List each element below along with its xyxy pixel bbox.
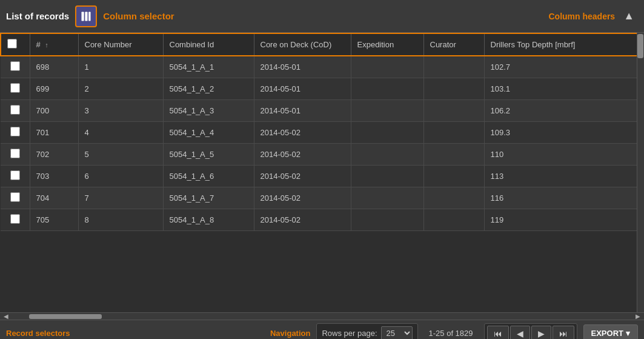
row-combined-id: 5054_1_A_3 bbox=[163, 100, 254, 122]
row-num: 698 bbox=[30, 56, 78, 78]
row-core-number: 1 bbox=[78, 56, 163, 78]
table-header: # ↑ Core Number Combined Id Core on Deck… bbox=[1, 33, 643, 56]
select-all-checkbox[interactable] bbox=[7, 39, 17, 49]
h-scrollbar-thumb[interactable] bbox=[29, 314, 102, 319]
rows-per-page-group: Rows per page: 10 25 50 100 bbox=[316, 323, 417, 339]
row-drillers-top-depth: 102.7 bbox=[484, 56, 643, 78]
svg-rect-1 bbox=[85, 12, 88, 21]
row-checkbox[interactable] bbox=[10, 61, 20, 71]
row-checkbox[interactable] bbox=[10, 83, 20, 93]
row-num: 699 bbox=[30, 78, 78, 100]
row-checkbox-cell bbox=[1, 144, 30, 166]
row-checkbox[interactable] bbox=[10, 214, 20, 224]
row-expedition bbox=[351, 166, 423, 187]
row-drillers-top-depth: 109.3 bbox=[484, 122, 643, 144]
table-row[interactable]: 70365054_1_A_62014-05-02113 bbox=[1, 166, 643, 187]
row-expedition bbox=[351, 144, 423, 166]
navigation-buttons: ⏮ ◀ ▶ ⏭ bbox=[484, 323, 577, 340]
row-curator bbox=[423, 166, 484, 187]
table-body: 69815054_1_A_12014-05-01102.769925054_1_… bbox=[1, 56, 643, 231]
table-row[interactable]: 70475054_1_A_72014-05-02116 bbox=[1, 187, 643, 209]
vertical-scrollbar[interactable] bbox=[637, 33, 644, 312]
export-button[interactable]: EXPORT ▾ bbox=[583, 324, 638, 339]
row-expedition bbox=[351, 56, 423, 78]
scroll-right-arrow[interactable]: ▶ bbox=[633, 313, 643, 320]
row-combined-id: 5054_1_A_8 bbox=[163, 209, 254, 231]
row-expedition bbox=[351, 100, 423, 122]
row-checkbox-cell bbox=[1, 122, 30, 144]
header-row: # ↑ Core Number Combined Id Core on Deck… bbox=[1, 33, 643, 56]
table-row[interactable]: 69815054_1_A_12014-05-01102.7 bbox=[1, 56, 643, 78]
row-combined-id: 5054_1_A_2 bbox=[163, 78, 254, 100]
row-core-number: 8 bbox=[78, 209, 163, 231]
table-row[interactable]: 70145054_1_A_42014-05-02109.3 bbox=[1, 122, 643, 144]
row-core-number: 3 bbox=[78, 100, 163, 122]
horizontal-scrollbar[interactable]: ◀ ▶ bbox=[0, 312, 644, 320]
row-core-number: 2 bbox=[78, 78, 163, 100]
collapse-button[interactable]: ▲ bbox=[620, 8, 638, 24]
row-checkbox[interactable] bbox=[10, 170, 20, 180]
row-drillers-top-depth: 119 bbox=[484, 209, 643, 231]
row-combined-id: 5054_1_A_7 bbox=[163, 187, 254, 209]
row-checkbox[interactable] bbox=[10, 105, 20, 115]
record-selectors-label: Record selectors bbox=[6, 329, 70, 338]
row-core-on-deck: 2014-05-02 bbox=[254, 144, 351, 166]
th-core-number[interactable]: Core Number bbox=[78, 33, 163, 56]
svg-rect-2 bbox=[88, 12, 90, 21]
row-core-on-deck: 2014-05-02 bbox=[254, 209, 351, 231]
row-num: 703 bbox=[30, 166, 78, 187]
nav-next-button[interactable]: ▶ bbox=[531, 326, 551, 340]
rows-per-page-select[interactable]: 10 25 50 100 bbox=[381, 326, 413, 339]
row-core-number: 5 bbox=[78, 144, 163, 166]
row-checkbox[interactable] bbox=[10, 149, 20, 158]
row-checkbox[interactable] bbox=[10, 127, 20, 136]
th-checkbox bbox=[1, 33, 30, 56]
row-checkbox-cell bbox=[1, 209, 30, 231]
row-core-number: 4 bbox=[78, 122, 163, 144]
header-left: List of records Column selector bbox=[6, 5, 174, 27]
nav-last-button[interactable]: ⏭ bbox=[553, 326, 574, 340]
table-scroll-area[interactable]: # ↑ Core Number Combined Id Core on Deck… bbox=[0, 33, 644, 312]
row-combined-id: 5054_1_A_4 bbox=[163, 122, 254, 144]
row-core-on-deck: 2014-05-01 bbox=[254, 100, 351, 122]
th-drillers-top-depth[interactable]: Drillers Top Depth [mbrf] bbox=[484, 33, 643, 56]
row-checkbox-cell bbox=[1, 187, 30, 209]
navigation-label: Navigation bbox=[270, 329, 310, 338]
row-num: 701 bbox=[30, 122, 78, 144]
row-core-on-deck: 2014-05-02 bbox=[254, 166, 351, 187]
svg-rect-0 bbox=[82, 12, 84, 21]
column-selector-label: Column selector bbox=[103, 11, 174, 21]
row-combined-id: 5054_1_A_1 bbox=[163, 56, 254, 78]
row-drillers-top-depth: 113 bbox=[484, 166, 643, 187]
table-row[interactable]: 70035054_1_A_32014-05-01106.2 bbox=[1, 100, 643, 122]
nav-prev-button[interactable]: ◀ bbox=[510, 326, 530, 340]
th-curator[interactable]: Curator bbox=[423, 33, 484, 56]
row-expedition bbox=[351, 187, 423, 209]
row-checkbox-cell bbox=[1, 100, 30, 122]
th-combined-id[interactable]: Combined Id bbox=[163, 33, 254, 56]
nav-first-button[interactable]: ⏮ bbox=[487, 326, 509, 340]
row-core-number: 7 bbox=[78, 187, 163, 209]
scroll-left-arrow[interactable]: ◀ bbox=[1, 313, 11, 320]
table-row[interactable]: 70255054_1_A_52014-05-02110 bbox=[1, 144, 643, 166]
column-selector-button[interactable] bbox=[75, 5, 97, 27]
column-headers-label: Column headers bbox=[548, 12, 615, 21]
row-curator bbox=[423, 187, 484, 209]
table-row[interactable]: 69925054_1_A_22014-05-01103.1 bbox=[1, 78, 643, 100]
row-combined-id: 5054_1_A_5 bbox=[163, 144, 254, 166]
row-expedition bbox=[351, 78, 423, 100]
scrollbar-thumb[interactable] bbox=[637, 34, 643, 58]
row-drillers-top-depth: 103.1 bbox=[484, 78, 643, 100]
th-expedition[interactable]: Expedition bbox=[351, 33, 423, 56]
row-checkbox[interactable] bbox=[10, 192, 20, 202]
page-title: List of records bbox=[6, 11, 69, 21]
th-core-on-deck[interactable]: Core on Deck (CoD) bbox=[254, 33, 351, 56]
row-num: 705 bbox=[30, 209, 78, 231]
header-bar: List of records Column selector Column h… bbox=[0, 0, 644, 33]
th-num[interactable]: # ↑ bbox=[30, 33, 78, 56]
row-drillers-top-depth: 110 bbox=[484, 144, 643, 166]
records-table: # ↑ Core Number Combined Id Core on Deck… bbox=[0, 33, 644, 231]
table-row[interactable]: 70585054_1_A_82014-05-02119 bbox=[1, 209, 643, 231]
row-core-on-deck: 2014-05-01 bbox=[254, 78, 351, 100]
page-info: 1-25 of 1829 bbox=[424, 326, 478, 339]
